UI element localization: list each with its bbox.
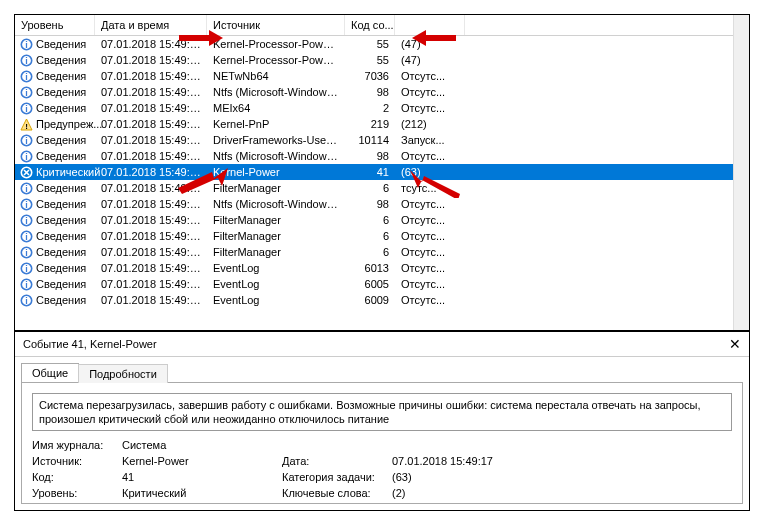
event-description: Система перезагрузилась, завершив работу… [32, 393, 732, 431]
table-row[interactable]: iСведения07.01.2018 15:49:21Kernel-Proce… [15, 36, 733, 52]
info-icon: i [19, 213, 33, 227]
cell-code: 41 [345, 166, 395, 178]
cell-source: MEIx64 [207, 102, 345, 114]
cell-datetime: 07.01.2018 15:49:15 [95, 198, 207, 210]
cell-level: Сведения [36, 294, 86, 306]
cell-source: EventLog [207, 278, 345, 290]
val-level: Критический [122, 487, 282, 499]
table-row[interactable]: iСведения07.01.2018 15:49:21MEIx642Отсут… [15, 100, 733, 116]
info-icon: i [19, 133, 33, 147]
svg-text:!: ! [25, 122, 28, 131]
col-source[interactable]: Источник [207, 15, 345, 35]
cell-code: 219 [345, 118, 395, 130]
close-icon[interactable]: ✕ [729, 336, 741, 352]
scrollbar[interactable] [733, 15, 749, 330]
cell-extra: Отсутс... [395, 102, 465, 114]
table-row[interactable]: !Предупреж...07.01.2018 15:49:20Kernel-P… [15, 116, 733, 132]
table-row[interactable]: iСведения07.01.2018 15:49:21Ntfs (Micros… [15, 84, 733, 100]
svg-text:i: i [25, 264, 28, 274]
table-row[interactable]: iСведения07.01.2018 15:49:51EventLog6009… [15, 292, 733, 308]
cell-datetime: 07.01.2018 15:49:21 [95, 86, 207, 98]
err-icon [19, 165, 33, 179]
svg-text:i: i [25, 104, 28, 114]
table-row[interactable]: iСведения07.01.2018 15:49:51EventLog6005… [15, 276, 733, 292]
table-row[interactable]: iСведения07.01.2018 15:49:10FilterManage… [15, 212, 733, 228]
event-rows[interactable]: iСведения07.01.2018 15:49:21Kernel-Proce… [15, 36, 733, 330]
cell-code: 55 [345, 54, 395, 66]
cell-code: 6 [345, 182, 395, 194]
table-row[interactable]: iСведения07.01.2018 15:49:10FilterManage… [15, 228, 733, 244]
cell-level: Предупреж... [36, 118, 102, 130]
cell-code: 6013 [345, 262, 395, 274]
cell-extra: Отсутс... [395, 262, 465, 274]
cell-code: 55 [345, 38, 395, 50]
table-row[interactable]: iСведения07.01.2018 15:49:20DriverFramew… [15, 132, 733, 148]
cell-extra: Отсутс... [395, 86, 465, 98]
cell-source: DriverFrameworks-UserMode [207, 134, 345, 146]
tab-details[interactable]: Подробности [78, 364, 168, 383]
svg-text:i: i [25, 280, 28, 290]
table-header: Уровень Дата и время Источник Код со... [15, 15, 733, 36]
info-icon: i [19, 85, 33, 99]
detail-tabs: Общие Подробности [15, 357, 749, 382]
val-source: Kernel-Power [122, 455, 282, 467]
cell-level: Сведения [36, 54, 86, 66]
svg-marker-39 [178, 168, 228, 194]
info-icon: i [19, 37, 33, 51]
svg-text:i: i [25, 200, 28, 210]
lbl-code: Код: [32, 471, 122, 483]
svg-text:i: i [25, 136, 28, 146]
tab-general[interactable]: Общие [21, 363, 79, 382]
table-row[interactable]: iСведения07.01.2018 15:49:17FilterManage… [15, 180, 733, 196]
table-row[interactable]: iСведения07.01.2018 15:49:51EventLog6013… [15, 260, 733, 276]
svg-text:i: i [25, 88, 28, 98]
cell-level: Сведения [36, 70, 86, 82]
cell-datetime: 07.01.2018 15:49:51 [95, 278, 207, 290]
cell-datetime: 07.01.2018 15:49:21 [95, 70, 207, 82]
cell-source: Ntfs (Microsoft-Windows-N... [207, 198, 345, 210]
table-row[interactable]: iСведения07.01.2018 15:49:10FilterManage… [15, 244, 733, 260]
col-code[interactable]: Код со... [345, 15, 395, 35]
warn-icon: ! [19, 117, 33, 131]
cell-datetime: 07.01.2018 15:49:21 [95, 54, 207, 66]
table-row[interactable]: iСведения07.01.2018 15:49:21NETwNb647036… [15, 68, 733, 84]
table-row[interactable]: iСведения07.01.2018 15:49:21Kernel-Proce… [15, 52, 733, 68]
cell-code: 2 [345, 102, 395, 114]
lbl-source: Источник: [32, 455, 122, 467]
info-icon: i [19, 69, 33, 83]
cell-extra: Отсутс... [395, 70, 465, 82]
cell-level: Сведения [36, 214, 86, 226]
table-row[interactable]: iСведения07.01.2018 15:49:15Ntfs (Micros… [15, 196, 733, 212]
cell-extra: Запуск... [395, 134, 465, 146]
table-row[interactable]: Критический07.01.2018 15:49:17Kernel-Pow… [15, 164, 733, 180]
svg-text:i: i [25, 72, 28, 82]
cell-source: FilterManager [207, 246, 345, 258]
val-category: (63) [392, 471, 592, 483]
info-icon: i [19, 197, 33, 211]
cell-level: Сведения [36, 150, 86, 162]
cell-datetime: 07.01.2018 15:49:20 [95, 134, 207, 146]
cell-source: Kernel-Processor-Power (Mi... [207, 38, 345, 50]
cell-datetime: 07.01.2018 15:49:10 [95, 214, 207, 226]
table-row[interactable]: iСведения07.01.2018 15:49:19Ntfs (Micros… [15, 148, 733, 164]
lbl-category: Категория задачи: [282, 471, 392, 483]
cell-code: 98 [345, 198, 395, 210]
info-icon: i [19, 261, 33, 275]
detail-pane: Событие 41, Kernel-Power ✕ Общие Подробн… [15, 332, 749, 510]
cell-code: 6 [345, 246, 395, 258]
info-icon: i [19, 53, 33, 67]
cell-extra: Отсутс... [395, 150, 465, 162]
svg-text:i: i [25, 216, 28, 226]
cell-extra: (212) [395, 118, 465, 130]
cell-level: Сведения [36, 182, 86, 194]
cell-code: 98 [345, 150, 395, 162]
svg-text:i: i [25, 232, 28, 242]
cell-extra: Отсутс... [395, 294, 465, 306]
cell-datetime: 07.01.2018 15:49:10 [95, 246, 207, 258]
cell-level: Критический [36, 166, 100, 178]
cell-code: 6 [345, 214, 395, 226]
cell-level: Сведения [36, 246, 86, 258]
lbl-level: Уровень: [32, 487, 122, 499]
svg-text:i: i [25, 296, 28, 306]
col-level[interactable]: Уровень [15, 15, 95, 35]
